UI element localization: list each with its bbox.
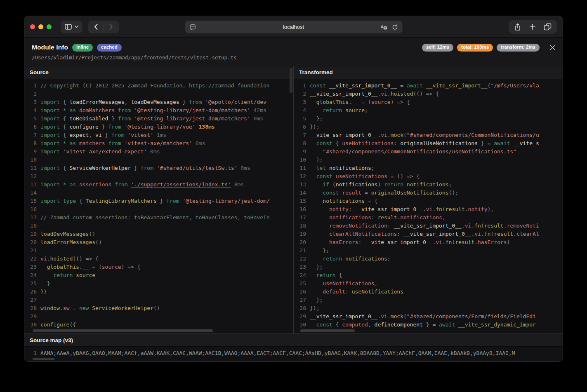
code-token: }; — [310, 247, 329, 254]
forward-button[interactable] — [104, 21, 119, 33]
back-button[interactable] — [88, 21, 104, 33]
line-number: 27 — [24, 296, 40, 304]
code-token: = { — [365, 198, 377, 204]
code-token: // Copyright (C) 2012-2025 Zammad Founda… — [40, 82, 270, 89]
sourcemap-section: Source map (v3) 1 AAMA;AAeA,yBAAG,QAAQ,M… — [24, 333, 563, 361]
code-token — [76, 140, 79, 146]
code-token: result — [455, 239, 474, 245]
line-number: 24 — [294, 271, 310, 279]
code-line: 28window.sw = new ServiceWorkerHelper() — [24, 304, 293, 312]
sourcemap-body[interactable]: 1 AAMA;AAeA,yBAAG,QAAQ,MAAM;AACf,aAAW,KA… — [24, 347, 563, 361]
code-line: 1// Copyright (C) 2012-2025 Zammad Found… — [24, 82, 293, 90]
code-token: fn — [446, 239, 452, 245]
code-token: originalUseNotifications — [400, 140, 478, 146]
code-token: source — [76, 272, 95, 278]
line-number: 22 — [24, 255, 40, 263]
code-token: fn — [484, 231, 491, 237]
code-line: 21 — [24, 246, 293, 255]
address-bar[interactable]: localhost — [185, 21, 402, 33]
sourcemap-horizontal-scrollbar[interactable] — [33, 358, 54, 360]
code-token: * — [63, 181, 66, 188]
code-token: await — [439, 322, 455, 328]
code-line: 24 return { — [294, 271, 563, 279]
source-vertical-scrollbar[interactable] — [290, 68, 292, 93]
reload-icon[interactable] — [391, 24, 398, 30]
code-token: . — [481, 231, 484, 237]
code-token: type — [63, 198, 76, 204]
code-token: useNotifications — [336, 173, 387, 179]
code-token — [111, 181, 115, 188]
line-number: 12 — [24, 172, 40, 181]
code-token: : — [349, 206, 355, 212]
code-panels: Source 1// Copyright (C) 2012-2025 Zamma… — [24, 66, 563, 334]
code-token — [153, 165, 157, 171]
code-line: 22 return notifications; — [294, 255, 563, 263]
code-token: . — [513, 231, 516, 237]
code-token: '@apollo/client/dev — [205, 99, 266, 105]
share-icon[interactable] — [514, 23, 521, 31]
code-token: useNotifications — [352, 289, 403, 295]
sourcemap-title: Source map (v3) — [24, 334, 563, 347]
code-token: configure — [40, 322, 69, 328]
line-number: 3 — [24, 98, 40, 106]
line-number: 10 — [294, 156, 310, 164]
code-line: 19loadDevMessages() — [24, 230, 293, 238]
line-number: 6 — [294, 123, 310, 131]
line-number: 26 — [294, 288, 310, 296]
code-token: __ — [83, 264, 89, 270]
code-token: . — [474, 239, 478, 245]
code-token: notify — [329, 206, 349, 212]
code-token: loadErrorMessages — [69, 99, 124, 105]
code-token: __vite_ssr_import_0__ — [365, 239, 432, 245]
minimize-window-button[interactable] — [38, 24, 43, 29]
code-token: . — [397, 214, 400, 221]
code-token: assertions — [79, 181, 111, 188]
source-horizontal-scrollbar[interactable] — [33, 329, 213, 332]
translate-icon[interactable] — [380, 24, 387, 30]
code-token: . — [60, 305, 63, 311]
code-line: 23 globalThis.__ = (source) => { — [24, 263, 293, 271]
code-token: { — [76, 198, 85, 204]
timing-badges: self: 12ms total: 193ms transform: 2ms — [422, 44, 555, 52]
code-token: from — [141, 165, 153, 171]
code-token: TestingLibraryMatchers — [86, 198, 157, 204]
source-code-editor[interactable]: 1// Copyright (C) 2012-2025 Zammad Found… — [24, 79, 293, 334]
close-panel-button[interactable] — [550, 45, 555, 50]
code-line: 27 }; — [294, 296, 563, 304]
close-window-button[interactable] — [30, 24, 35, 29]
code-token: return — [316, 272, 336, 278]
code-token: from — [108, 124, 121, 130]
code-token: fn — [474, 223, 481, 229]
code-token: expect — [69, 132, 89, 138]
code-token: }; — [310, 264, 323, 270]
zoom-window-button[interactable] — [47, 24, 52, 29]
line-number: 9 — [294, 148, 310, 156]
line-number: 18 — [24, 222, 40, 230]
code-token: }); — [310, 305, 319, 311]
code-token: const — [316, 140, 332, 146]
new-tab-icon[interactable] — [529, 23, 536, 30]
code-token: __vite_ssr_import__ — [426, 82, 488, 89]
code-token: 42ms — [250, 107, 266, 113]
code-token: __vite_ssr_import_0__ — [310, 91, 377, 97]
transformed-horizontal-scrollbar[interactable] — [300, 329, 355, 332]
code-token: from — [118, 107, 131, 113]
line-number: 11 — [294, 164, 310, 172]
code-line: 20loadErrorMessages() — [24, 238, 293, 246]
code-line: 2 — [24, 90, 293, 98]
code-token: "#shared/components/CommonNotifications/… — [407, 132, 539, 138]
code-token — [310, 190, 323, 196]
module-link[interactable]: './support/assertions/index.ts' — [131, 181, 231, 188]
code-token: 8ms — [231, 181, 244, 188]
code-token: , — [125, 99, 131, 105]
code-token: import — [40, 124, 60, 130]
code-token: { — [336, 272, 342, 278]
code-line: 29__vite_ssr_import_0__.vi.mock("#shared… — [294, 312, 563, 321]
code-token: __vite_ssr_import_0__ — [310, 132, 377, 138]
code-token: return — [323, 107, 342, 113]
transformed-code-editor[interactable]: 1const __vite_ssr_import_0__ = await __v… — [294, 79, 563, 334]
code-token: from — [111, 132, 124, 138]
code-token: new — [79, 305, 89, 311]
tab-overview-icon[interactable] — [544, 23, 552, 31]
sidebar-toggle-button[interactable] — [61, 21, 83, 33]
